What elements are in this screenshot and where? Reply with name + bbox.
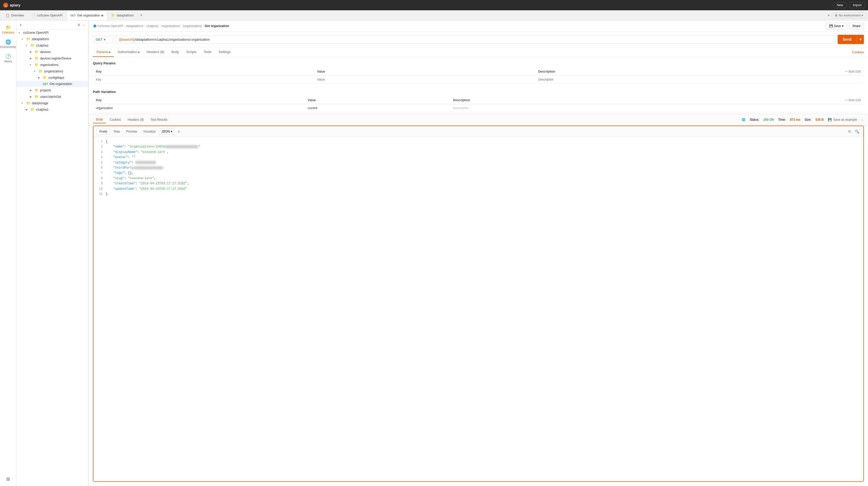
response-tab-headers[interactable]: Headers (8): [125, 116, 147, 123]
breadcrumb-item-2[interactable]: dataplatform: [126, 24, 143, 28]
response-tab-body[interactable]: Body: [93, 116, 106, 123]
tree-item-organization-param[interactable]: ▾ 📁 {organization}: [17, 68, 88, 75]
top-section: GET ▾ {{baseUrl}}/dataplatform/v1alpha1/…: [89, 32, 868, 114]
tab-dataplatform[interactable]: 📁 dataplatform: [107, 11, 137, 20]
method-chevron-icon: ▾: [104, 37, 105, 41]
tabs-overflow-button[interactable]: ▾: [826, 13, 831, 17]
tree-item-coscene[interactable]: ▾ coScene OpenAPI: [17, 30, 88, 36]
format-visualize-button[interactable]: Visualize: [141, 129, 158, 134]
qp-key-input[interactable]: [96, 78, 311, 81]
breadcrumb-bar: 🔷 coScene OpenAPI / dataplatform / v1alp…: [89, 21, 868, 32]
sidebar-toolbar: + ≡ ···: [17, 21, 88, 30]
format-raw-button[interactable]: Raw: [111, 129, 122, 134]
response-tab-cookies[interactable]: Cookies: [106, 116, 124, 123]
search-button[interactable]: 🔍: [854, 128, 860, 135]
sidebar-tree: ▾ coScene OpenAPI ▾ 📁 dataplatform ▾ 📁 v…: [17, 30, 88, 486]
send-button-label: Send: [838, 35, 857, 44]
tree-item-users-batch[interactable]: ▶ 📁 users:batchGet: [17, 93, 88, 100]
chevron-down-icon: ▾: [34, 70, 37, 73]
url-base: {{baseUrl}}: [119, 37, 135, 41]
new-button[interactable]: New: [834, 2, 846, 8]
time-label: Time:: [778, 118, 786, 121]
method-selector[interactable]: GET ▾: [93, 36, 114, 43]
more-response-button[interactable]: ···: [861, 118, 864, 122]
more-icon: ···: [845, 70, 848, 74]
copy-button[interactable]: ⧉: [847, 128, 852, 135]
breadcrumb-item-5[interactable]: {organization}: [183, 24, 202, 28]
code-line-7: 7 "tags": {},: [96, 170, 860, 176]
tab-overview[interactable]: 📋 Overview: [2, 11, 28, 20]
tree-item-dataplatform[interactable]: ▾ 📁 dataplatform: [17, 36, 88, 42]
tab-tests[interactable]: Tests: [200, 47, 215, 57]
format-preview-button[interactable]: Preview: [123, 129, 140, 134]
send-button[interactable]: Send ▾: [838, 35, 864, 44]
environment-selector[interactable]: 🖥 No environment ▾: [832, 12, 866, 18]
tree-item-configmaps[interactable]: ▶ 📁 configMaps: [17, 75, 88, 81]
tab-scripts[interactable]: Scripts: [183, 47, 200, 57]
save-example-button[interactable]: 💾 Save as example: [828, 118, 857, 121]
sidebar-item-environments[interactable]: 🌐 Environments: [1, 37, 16, 51]
tree-item-get-organization[interactable]: ▶ GET Get organization: [17, 81, 88, 87]
sidebar-wrapper: 📁 Collections 🌐 Environments 🕐 History ⊞…: [0, 21, 89, 486]
code-line-11: 11 }: [96, 192, 860, 197]
tab-coscene-openapi[interactable]: 📄 coScene OpenAPI: [28, 11, 66, 20]
more-icon: ···: [845, 98, 848, 102]
format-pretty-button[interactable]: Pretty: [96, 128, 110, 135]
tab-settings[interactable]: Settings: [215, 47, 235, 57]
save-icon: 💾: [828, 118, 832, 121]
dataplatform-label: dataplatform: [32, 37, 49, 41]
more-options-button[interactable]: ···: [82, 23, 85, 27]
sidebar-item-history[interactable]: 🕐 History: [1, 52, 16, 65]
breadcrumb-item-1[interactable]: coScene OpenAPI: [98, 24, 123, 28]
share-button[interactable]: Share: [849, 23, 864, 29]
get-badge: GET: [43, 83, 48, 85]
tab-headers[interactable]: Headers (8): [143, 47, 168, 57]
folder-icon: 📁: [34, 88, 39, 92]
response-meta: 🌐 Status: 200 OK Time: 873 ms Size: 535 …: [742, 118, 864, 122]
sidebar-item-collections[interactable]: 📁 Collections: [1, 23, 16, 36]
env-chevron-icon: ▾: [862, 13, 863, 17]
bulk-edit-button[interactable]: Bulk Edit: [849, 70, 861, 74]
tree-item-devices[interactable]: ▶ 📁 devices: [17, 49, 88, 55]
tab-authorization[interactable]: Authorization: [114, 47, 143, 57]
tree-item-datastorage[interactable]: ▾ 📁 datastorage: [17, 100, 88, 106]
tab-body[interactable]: Body: [168, 47, 183, 57]
configmaps-label: configMaps: [49, 76, 64, 80]
add-tab-button[interactable]: +: [138, 12, 145, 18]
logo-icon: ▲: [3, 3, 8, 8]
tree-item-devices-register[interactable]: ▶ 📁 devices:registerDevice: [17, 55, 88, 61]
bulk-edit-path-button[interactable]: Bulk Edit: [849, 98, 861, 102]
tree-item-v1alpha1-ds[interactable]: ▶ 📁 v1alpha1: [17, 106, 88, 113]
qp-desc-input[interactable]: [538, 78, 753, 81]
folder-icon: 📁: [34, 63, 39, 67]
breadcrumb-item-4[interactable]: organizations: [161, 24, 180, 28]
unsaved-dot: [101, 15, 103, 17]
code-line-10: 10 "updateTime": "2024-04-23T03:17:27.52…: [96, 187, 860, 192]
save-button[interactable]: 💾 Save ▾: [826, 23, 847, 29]
filter-button[interactable]: ≡: [78, 23, 80, 27]
add-collection-button[interactable]: +: [20, 23, 22, 27]
globe-icon: 🌐: [742, 118, 746, 121]
path-vars-title: Path Variables: [93, 90, 864, 94]
datastorage-label: datastorage: [32, 102, 48, 105]
sidebar-item-tools[interactable]: ⊞: [1, 474, 16, 484]
json-format-selector[interactable]: JSON ▾: [159, 128, 175, 135]
code-line-1: 1 {: [96, 139, 860, 144]
wrap-lines-button[interactable]: ≡: [176, 128, 182, 135]
tab-params[interactable]: Params: [93, 47, 114, 57]
cookies-link[interactable]: Cookies: [852, 50, 864, 54]
breadcrumb-item-3[interactable]: v1alpha1: [146, 24, 159, 28]
qp-key-header: Key: [93, 68, 314, 76]
size-label: Size:: [804, 118, 811, 121]
tab-get-organization[interactable]: GET Get organization: [67, 11, 107, 20]
response-tab-test-results[interactable]: Test Results: [147, 116, 170, 123]
url-input[interactable]: {{baseUrl}}/dataplatform/v1alpha1/organi…: [116, 35, 836, 44]
qp-value-input[interactable]: [317, 78, 532, 81]
tree-item-v1alpha1[interactable]: ▾ 📁 v1alpha1: [17, 42, 88, 49]
tab-overview-label: Overview: [11, 13, 24, 17]
query-params-empty-row: [93, 76, 864, 84]
tree-item-organizations[interactable]: ▾ 📁 organizations: [17, 61, 88, 68]
tree-item-projects[interactable]: ▶ 📁 projects: [17, 87, 88, 93]
import-button[interactable]: Import: [849, 2, 865, 8]
content-split: GET ▾ {{baseUrl}}/dataplatform/v1alpha1/…: [89, 32, 868, 486]
